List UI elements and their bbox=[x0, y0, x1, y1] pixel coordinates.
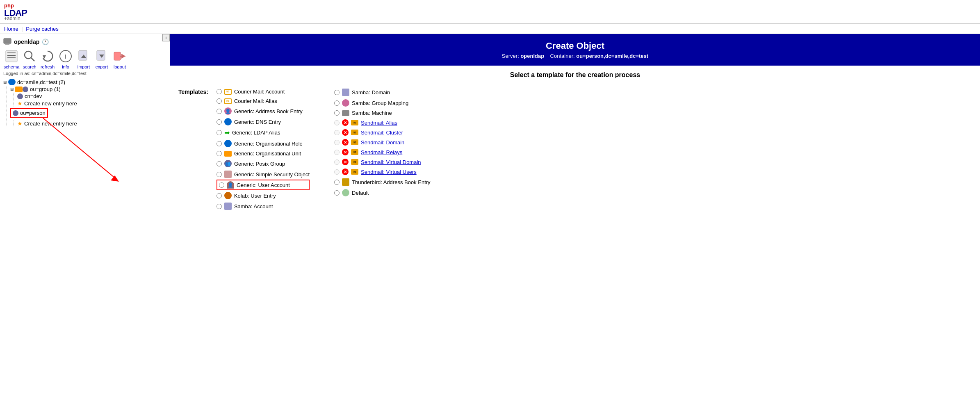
template-generic-posix-group[interactable]: 👥 Generic: Posix Group bbox=[217, 158, 310, 169]
svg-rect-12 bbox=[79, 50, 87, 60]
schema-label[interactable]: schema bbox=[4, 64, 20, 69]
refresh-label[interactable]: refresh bbox=[41, 64, 55, 69]
radio-generic-ldap-alias[interactable] bbox=[217, 130, 222, 135]
radio-samba-domain[interactable] bbox=[334, 90, 340, 95]
template-sendmail-virtual-domain[interactable]: ✕ ✉ Sendmail: Virtual Domain bbox=[334, 157, 431, 167]
radio-sendmail-virtual-domain[interactable] bbox=[334, 159, 340, 165]
template-thunderbird-address[interactable]: Thunderbird: Address Book Entry bbox=[334, 177, 431, 187]
radio-kolab-user[interactable] bbox=[217, 193, 222, 198]
radio-sendmail-relays[interactable] bbox=[334, 150, 340, 155]
tree-ou-group-label[interactable]: ou=group (1) bbox=[30, 86, 61, 92]
radio-sendmail-virtual-users[interactable] bbox=[334, 169, 340, 175]
toolbar-logout[interactable]: logout bbox=[112, 48, 128, 69]
tree-ou-person-label[interactable]: ou=person bbox=[20, 110, 46, 116]
toolbar-export[interactable]: export bbox=[93, 48, 110, 69]
radio-generic-dns[interactable] bbox=[217, 119, 222, 125]
template-samba-group-mapping[interactable]: Samba: Group Mapping bbox=[334, 98, 431, 108]
toolbar-search[interactable]: search bbox=[21, 48, 38, 69]
link-sendmail-relays[interactable]: Sendmail: Relays bbox=[361, 149, 402, 155]
toolbar-schema[interactable]: schema bbox=[3, 48, 20, 69]
tree-ou-group[interactable]: ⊟ ou=group (1) bbox=[10, 86, 166, 93]
template-generic-org-role[interactable]: Generic: Organisational Role bbox=[217, 138, 310, 149]
template-sendmail-domain[interactable]: ✕ ✉ Sendmail: Domain bbox=[334, 137, 431, 147]
label-samba-account: Samba: Account bbox=[234, 203, 273, 210]
tree-root-label[interactable]: dc=smile,dc=test (2) bbox=[17, 79, 65, 85]
radio-generic-org-unit[interactable] bbox=[217, 151, 222, 156]
radio-generic-security[interactable] bbox=[217, 172, 222, 177]
highlighted-ou-person[interactable]: ou=person bbox=[10, 108, 48, 118]
nav-home[interactable]: Home bbox=[4, 26, 18, 32]
icon-generic-posix-group: 👥 bbox=[224, 160, 232, 167]
import-label[interactable]: import bbox=[77, 64, 90, 69]
radio-sendmail-cluster[interactable] bbox=[334, 130, 340, 135]
templates-columns: ✉ Courier Mail: Account ✉ Courier Mail: … bbox=[217, 87, 431, 212]
label-generic-org-role: Generic: Organisational Role bbox=[234, 141, 303, 147]
template-generic-address-book[interactable]: 👤 Generic: Address Book Entry bbox=[217, 106, 310, 116]
svg-rect-0 bbox=[4, 39, 11, 43]
tree-create-person-label[interactable]: Create new entry here bbox=[24, 121, 77, 127]
template-samba-domain[interactable]: Samba: Domain bbox=[334, 87, 431, 98]
template-sendmail-cluster[interactable]: ✕ ✉ Sendmail: Cluster bbox=[334, 128, 431, 137]
radio-samba-machine[interactable] bbox=[334, 110, 340, 116]
radio-default[interactable] bbox=[334, 190, 340, 196]
tree-root[interactable]: ⊟ dc=smile,dc=test (2) bbox=[3, 78, 166, 86]
tree-create-group[interactable]: ★ Create new entry here bbox=[17, 100, 166, 107]
tree-create-person[interactable]: ★ Create new entry here bbox=[17, 120, 166, 127]
template-generic-ldap-alias[interactable]: ➡ Generic: LDAP Alias bbox=[217, 127, 310, 138]
search-label[interactable]: search bbox=[23, 64, 36, 69]
tree-create-group-label[interactable]: Create new entry here bbox=[24, 100, 77, 107]
template-generic-dns[interactable]: Generic: DNS Entry bbox=[217, 116, 310, 127]
template-samba-account[interactable]: Samba: Account bbox=[217, 201, 310, 212]
tree-cn-dev[interactable]: cn=dev bbox=[17, 93, 166, 100]
radio-sendmail-alias[interactable] bbox=[334, 120, 340, 125]
logout-label[interactable]: logout bbox=[114, 64, 126, 69]
nav-purge[interactable]: Purge caches bbox=[26, 26, 59, 32]
icon-mail-sendmail-alias: ✉ bbox=[351, 120, 358, 125]
template-generic-org-unit[interactable]: Generic: Organisational Unit bbox=[217, 149, 310, 158]
template-sendmail-alias[interactable]: ✕ ✉ Sendmail: Alias bbox=[334, 118, 431, 128]
link-sendmail-domain[interactable]: Sendmail: Domain bbox=[361, 139, 404, 146]
radio-generic-address-book[interactable] bbox=[217, 109, 222, 114]
template-default[interactable]: Default bbox=[334, 187, 431, 198]
template-samba-machine[interactable]: Samba: Machine bbox=[334, 108, 431, 118]
link-sendmail-alias[interactable]: Sendmail: Alias bbox=[361, 120, 397, 126]
radio-generic-org-role[interactable] bbox=[217, 141, 222, 146]
link-sendmail-cluster[interactable]: Sendmail: Cluster bbox=[361, 130, 403, 136]
label-kolab-user: Kolab: User Entry bbox=[234, 193, 276, 199]
app-header: php LDAP +admin bbox=[0, 0, 980, 24]
toolbar-import[interactable]: import bbox=[75, 48, 92, 69]
svg-text:i: i bbox=[64, 53, 66, 60]
radio-generic-posix-group[interactable] bbox=[217, 161, 222, 166]
template-courier-mail-alias[interactable]: ✉ Courier Mail: Alias bbox=[217, 96, 310, 106]
template-courier-mail-account[interactable]: ✉ Courier Mail: Account bbox=[217, 87, 310, 96]
tree-ou-person[interactable]: ou=person bbox=[10, 108, 166, 118]
link-sendmail-virtual-domain[interactable]: Sendmail: Virtual Domain bbox=[361, 159, 421, 165]
radio-courier-mail-alias[interactable] bbox=[217, 98, 222, 104]
tree-cn-dev-label[interactable]: cn=dev bbox=[25, 93, 42, 99]
template-sendmail-relays[interactable]: ✕ ✉ Sendmail: Relays bbox=[334, 147, 431, 157]
icon-samba-group-mapping bbox=[342, 99, 349, 107]
content-subheader: Server: openldap Container: ou=person,dc… bbox=[177, 53, 973, 59]
template-generic-user-account[interactable]: 👤 Generic: User Account bbox=[217, 180, 310, 190]
radio-samba-group-mapping[interactable] bbox=[334, 100, 340, 106]
radio-thunderbird-address[interactable] bbox=[334, 180, 340, 185]
label-courier-mail-alias: Courier Mail: Alias bbox=[234, 98, 277, 104]
toolbar-refresh[interactable]: refresh bbox=[39, 48, 56, 69]
icon-generic-user-account: 👤 bbox=[227, 181, 234, 189]
tree-root-icon bbox=[8, 79, 16, 85]
template-kolab-user[interactable]: Kolab: User Entry bbox=[217, 190, 310, 201]
radio-sendmail-domain[interactable] bbox=[334, 140, 340, 145]
radio-samba-account[interactable] bbox=[217, 204, 222, 209]
container-value: ou=person,dc=smile,dc=test bbox=[576, 53, 648, 59]
icon-mail-sendmail-domain: ✉ bbox=[351, 139, 358, 145]
info-label[interactable]: info bbox=[62, 64, 69, 69]
template-generic-security[interactable]: Generic: Simple Security Object bbox=[217, 169, 310, 180]
radio-courier-mail-account[interactable] bbox=[217, 89, 222, 94]
link-sendmail-virtual-users[interactable]: Sendmail: Virtual Users bbox=[361, 169, 417, 175]
export-label[interactable]: export bbox=[96, 64, 108, 69]
radio-generic-user-account[interactable] bbox=[219, 182, 224, 188]
toolbar-info[interactable]: i info bbox=[57, 48, 74, 69]
tree: ⊟ dc=smile,dc=test (2) ⊟ ou=group (1) bbox=[2, 77, 168, 129]
sidebar-expand-btn[interactable]: + bbox=[162, 34, 170, 41]
template-sendmail-virtual-users[interactable]: ✕ ✉ Sendmail: Virtual Users bbox=[334, 167, 431, 177]
